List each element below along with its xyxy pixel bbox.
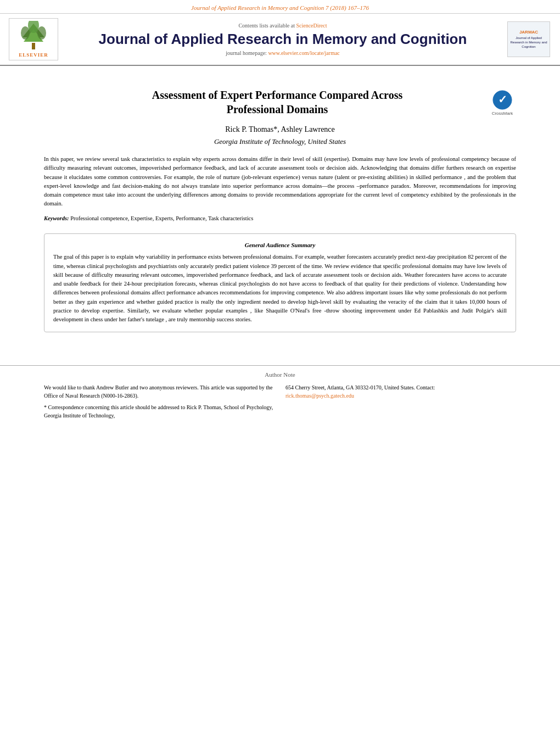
sciencedirect-link[interactable]: ScienceDirect xyxy=(296,23,327,29)
article-title-section: Assessment of Expert Performance Compare… xyxy=(44,88,516,116)
author-note-address: 654 Cherry Street, Atlanta, GA 30332-017… xyxy=(285,383,516,392)
article-title-heading: Assessment of Expert Performance Compare… xyxy=(71,88,483,116)
homepage-link[interactable]: www.elsevier.com/locate/jarmac xyxy=(268,50,339,56)
crossmark-icon: ✓ xyxy=(492,90,512,110)
page: Journal of Applied Research in Memory an… xyxy=(0,0,560,742)
svg-point-5 xyxy=(37,26,46,40)
author-note-section: Author Note We would like to thank Andre… xyxy=(0,371,560,420)
journal-mini-logo-container: JARMAC Journal of Applied Research in Me… xyxy=(507,21,551,57)
author-note-title: Author Note xyxy=(44,371,516,378)
svg-rect-7 xyxy=(32,43,35,49)
svg-text:✓: ✓ xyxy=(498,93,507,105)
author-email-link[interactable]: rick.thomas@psych.gatech.edu xyxy=(285,393,354,399)
summary-box-text: The goal of this paper is to explain why… xyxy=(53,253,507,324)
top-ref-bar: Journal of Applied Research in Memory an… xyxy=(0,0,560,13)
crossmark-label: CrossMark xyxy=(492,111,513,116)
keywords-label: Keywords: xyxy=(44,215,69,221)
elsevier-label: ELSEVIER xyxy=(19,52,48,58)
main-content: Assessment of Expert Performance Compare… xyxy=(0,66,560,354)
affiliation-line: Georgia Institute of Technology, United … xyxy=(44,137,516,146)
homepage-line: journal homepage: www.elsevier.com/locat… xyxy=(65,50,501,56)
author-note-columns: We would like to thank Andrew Butler and… xyxy=(44,383,516,420)
article-title: Assessment of Expert Performance Compare… xyxy=(71,88,483,116)
elsevier-logo: ELSEVIER xyxy=(9,18,58,60)
author-note-left: We would like to thank Andrew Butler and… xyxy=(44,383,275,420)
keywords-line: Keywords: Professional competence, Exper… xyxy=(44,214,516,223)
contents-line: Contents lists available at ScienceDirec… xyxy=(65,23,501,29)
summary-box-title: General Audience Summary xyxy=(53,242,507,248)
author-note-para2: * Correspondence concerning this article… xyxy=(44,403,275,420)
journal-reference: Journal of Applied Research in Memory an… xyxy=(191,4,369,11)
svg-point-4 xyxy=(21,26,30,40)
summary-box: General Audience Summary The goal of thi… xyxy=(44,233,516,332)
keywords-text: Professional competence, Expertise, Expe… xyxy=(70,215,253,221)
author-note-right: 654 Cherry Street, Atlanta, GA 30332-017… xyxy=(285,383,516,420)
abstract-text: In this paper, we review several task ch… xyxy=(44,155,516,209)
journal-header: ELSEVIER Contents lists available at Sci… xyxy=(0,13,560,66)
elsevier-tree-icon xyxy=(17,21,50,51)
section-divider xyxy=(0,365,560,366)
crossmark-badge: ✓ CrossMark xyxy=(489,90,516,116)
authors-line: Rick P. Thomas*, Ashley Lawrence xyxy=(44,125,516,134)
journal-mini-logo: JARMAC Journal of Applied Research in Me… xyxy=(507,21,550,57)
elsevier-logo-container: ELSEVIER xyxy=(9,18,58,60)
header-center: Contents lists available at ScienceDirec… xyxy=(65,23,501,56)
author-note-para1: We would like to thank Andrew Butler and… xyxy=(44,383,275,400)
journal-title: Journal of Applied Research in Memory an… xyxy=(65,31,501,48)
